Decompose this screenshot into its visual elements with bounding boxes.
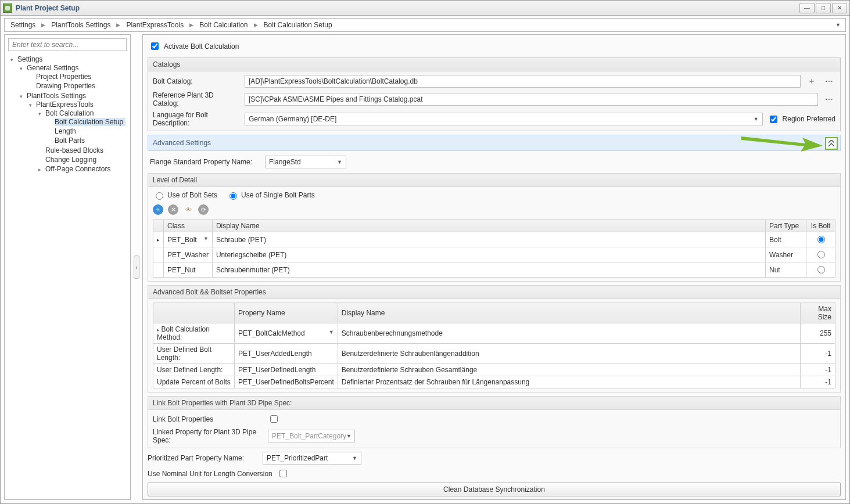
col-display2[interactable]: Display Name <box>338 303 800 323</box>
chevron-down-icon: ▼ <box>352 455 357 461</box>
lod-table: Class Display Name Part Type Is Bolt ▸ P… <box>153 219 835 278</box>
search-input[interactable] <box>8 38 127 51</box>
add-row-icon[interactable]: + <box>153 204 163 215</box>
lod-toolbar: + ✕ 👁 ⟳ <box>153 203 835 216</box>
tree-settings[interactable]: Settings <box>17 55 42 63</box>
browse-catalog-icon[interactable]: ⋯ <box>823 75 835 88</box>
expand-icon[interactable]: ▸ <box>38 167 44 172</box>
expand-icon[interactable]: ▾ <box>20 66 26 71</box>
chevron-down-icon[interactable]: ▼ <box>329 329 334 335</box>
chevron-right-icon: ▶ <box>186 22 197 28</box>
col-maxsize[interactable]: Max Size <box>801 303 835 323</box>
bolt-catalog-label: Bolt Catalog: <box>153 77 240 85</box>
linked-prop-combo: PET_Bolt_PartCategory ▼ <box>268 430 355 442</box>
collapse-advanced-button[interactable] <box>825 137 838 150</box>
region-preferred-checkbox[interactable] <box>770 116 777 123</box>
expand-icon[interactable]: ▾ <box>29 102 35 108</box>
window-title: Plant Project Setup <box>16 4 798 12</box>
activate-checkbox[interactable] <box>151 42 159 50</box>
crumb-2[interactable]: PlantExpressTools <box>124 21 186 29</box>
chevron-down-icon: ▼ <box>346 433 352 439</box>
add-catalog-icon[interactable]: ＋ <box>805 75 818 88</box>
titlebar: Plant Project Setup — □ ✕ <box>1 1 849 16</box>
splitter-handle-icon[interactable]: ‹ <box>134 255 139 279</box>
app-window: Plant Project Setup — □ ✕ Settings ▶ Pla… <box>0 0 850 504</box>
table-row[interactable]: User Defined Length: PET_UserDefinedLeng… <box>153 364 835 376</box>
col-parttype[interactable]: Part Type <box>766 220 806 232</box>
col-display[interactable]: Display Name <box>212 220 765 232</box>
crumb-3[interactable]: Bolt Calculation <box>197 21 250 29</box>
crumb-4[interactable]: Bolt Calculation Setup <box>261 21 335 29</box>
level-of-detail-group: Level of Detail Use of Bolt Sets Use of … <box>148 173 841 282</box>
browse-ref-icon[interactable]: ⋯ <box>823 93 835 106</box>
tree-rule-blocks[interactable]: Rule-based Blocks <box>45 146 103 154</box>
chevron-down-icon[interactable]: ▼ <box>203 236 209 242</box>
link-props-group: Link Bolt Properties with Plant 3D Pipe … <box>148 396 841 448</box>
tree-bolt-calc-setup[interactable]: Bolt Calculation Setup <box>55 118 125 126</box>
nominal-checkbox[interactable] <box>279 470 287 477</box>
prioritized-combo[interactable]: PET_PrioritizedPart ▼ <box>263 452 361 465</box>
table-row[interactable]: User Defined Bolt Length: PET_UserAddedL… <box>153 344 835 364</box>
region-preferred-label: Region Preferred <box>783 115 835 123</box>
delete-row-icon[interactable]: ✕ <box>168 204 178 215</box>
tree-bolt-parts[interactable]: Bolt Parts <box>55 136 85 145</box>
flange-combo[interactable]: FlangeStd ▼ <box>265 156 346 168</box>
tree-pet[interactable]: PlantExpressTools <box>36 100 94 109</box>
breadcrumb-dropdown-icon[interactable]: ▼ <box>834 22 842 28</box>
minimize-button[interactable]: — <box>799 3 815 13</box>
tree-bolt-calc[interactable]: Bolt Calculation <box>45 109 94 117</box>
link-bolt-label: Link Bolt Properties <box>153 415 263 423</box>
chevron-right-icon: ▶ <box>113 22 124 28</box>
tree-offpage[interactable]: Off-Page Connectors <box>45 165 111 173</box>
isbolt-radio[interactable] <box>817 236 825 243</box>
row-indicator-icon: ▸ <box>153 232 164 247</box>
main-area: ▾Settings ▾General Settings Project Prop… <box>1 34 849 503</box>
tree-project-props[interactable]: Project Properties <box>36 73 91 81</box>
table-row[interactable]: Update Percent of Bolts PET_UserDefinedB… <box>153 376 835 388</box>
tree-general[interactable]: General Settings <box>27 64 78 72</box>
view-icon[interactable]: 👁 <box>183 204 193 215</box>
col-isbolt[interactable]: Is Bolt <box>806 220 835 232</box>
tree-change-log[interactable]: Change Logging <box>45 156 96 164</box>
chevron-down-icon: ▼ <box>337 159 342 165</box>
link-bolt-checkbox[interactable] <box>270 415 278 423</box>
expand-icon[interactable]: ▾ <box>38 111 44 117</box>
lang-label: Language for Bolt Description: <box>153 111 240 127</box>
splitter[interactable]: ‹ <box>133 34 140 500</box>
chevron-right-icon: ▶ <box>250 22 261 28</box>
content-panel: Activate Bolt Calculation Catalogs Bolt … <box>142 34 846 500</box>
maximize-button[interactable]: □ <box>816 3 831 13</box>
callout-arrow-icon <box>741 132 823 152</box>
refresh-icon[interactable]: ⟳ <box>198 204 209 215</box>
tree-length[interactable]: Length <box>55 127 76 135</box>
crumb-1[interactable]: PlantTools Settings <box>49 21 113 29</box>
table-row[interactable]: PET_Washer Unterlegscheibe (PET) Washer <box>153 247 835 262</box>
isbolt-radio[interactable] <box>817 266 825 273</box>
table-row[interactable]: PET_Nut Schraubenmutter (PET) Nut <box>153 262 835 278</box>
isbolt-radio[interactable] <box>817 251 825 258</box>
table-row[interactable]: ▸ Bolt Calculation Method: PET_BoltCalcM… <box>153 323 835 344</box>
tree-planttools[interactable]: PlantTools Settings <box>27 92 86 100</box>
col-class[interactable]: Class <box>164 220 213 232</box>
breadcrumb: Settings ▶ PlantTools Settings ▶ PlantEx… <box>4 18 846 32</box>
prioritized-label: Prioritized Part Property Name: <box>148 454 258 462</box>
bolt-catalog-input[interactable]: [AD]\PlantExpressTools\BoltCalculation\B… <box>245 75 801 88</box>
clean-db-button[interactable]: Clean Database Synchronization <box>148 483 841 496</box>
radio-single-parts[interactable]: Use of Single Bolt Parts <box>227 190 315 200</box>
lang-combo[interactable]: German (Germany) [DE-DE] ▼ <box>245 113 763 125</box>
link-header: Link Bolt Properties with Plant 3D Pipe … <box>148 397 840 410</box>
catalogs-group: Catalogs Bolt Catalog: [AD]\PlantExpress… <box>148 57 841 131</box>
expand-icon[interactable]: ▾ <box>20 93 26 99</box>
props-table: Property Name Display Name Max Size ▸ Bo… <box>153 303 835 388</box>
expand-icon[interactable]: ▾ <box>10 57 16 63</box>
tree-drawing-props[interactable]: Drawing Properties <box>36 82 95 90</box>
close-button[interactable]: ✕ <box>832 3 847 13</box>
col-propname[interactable]: Property Name <box>235 303 338 323</box>
radio-bolt-sets[interactable]: Use of Bolt Sets <box>153 190 217 200</box>
props-header: Advanced Bolt && Boltset Properties <box>148 286 840 299</box>
crumb-0[interactable]: Settings <box>8 21 38 29</box>
ref-catalog-input[interactable]: [SC]\CPak ASME\ASME Pipes and Fittings C… <box>245 93 818 106</box>
table-row[interactable]: ▸ PET_Bolt ▼ Schraube (PET) Bolt <box>153 232 835 247</box>
svg-marker-0 <box>741 136 823 152</box>
sidebar: ▾Settings ▾General Settings Project Prop… <box>4 34 131 500</box>
